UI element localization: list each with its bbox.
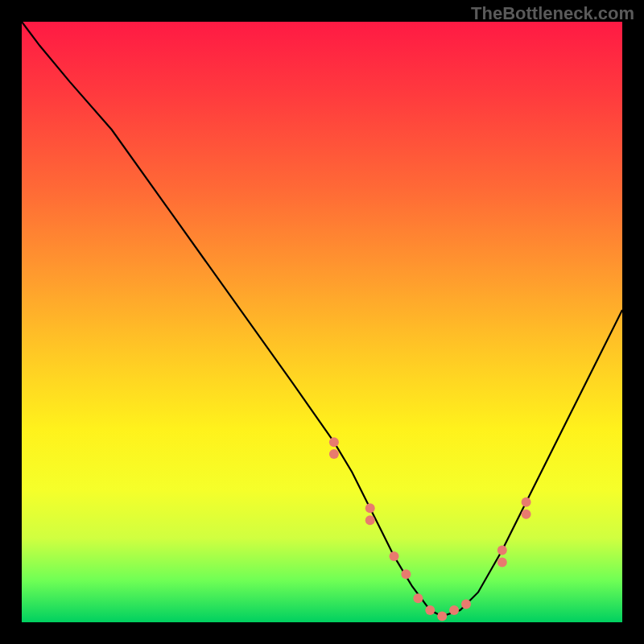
marker-dot [449,605,459,615]
marker-dot [437,612,447,621]
marker-dot [461,600,471,609]
marker-dot [497,546,507,555]
watermark-text: TheBottleneck.com [471,3,634,24]
marker-dot [497,557,507,567]
marker-dot [401,569,411,579]
marker-dot [365,503,375,513]
highlight-markers [329,437,531,621]
bottleneck-chart [22,22,622,622]
marker-dot [425,605,435,615]
marker-dot [390,551,399,561]
marker-dot [413,593,423,603]
marker-dot [329,437,339,447]
marker-dot [522,497,531,507]
bottleneck-curve-path [22,22,622,617]
marker-dot [329,449,339,459]
marker-dot [522,510,531,519]
marker-dot [365,515,375,525]
